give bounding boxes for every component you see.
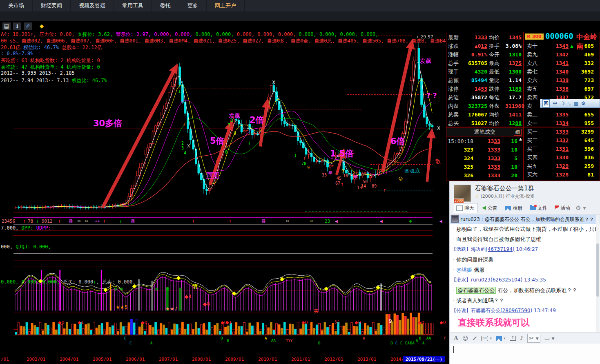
gif-dropdown-icon[interactable]: ▾ — [490, 336, 492, 340]
chat-message: ·@塔姬 佩服 — [450, 265, 600, 275]
group-name: 石婆婆石公公一第1群 — [475, 185, 534, 192]
stat-value: 1345 — [505, 33, 522, 42]
uid-link[interactable]: (626325104) — [491, 277, 522, 283]
at-mention[interactable]: @塔姬 — [456, 267, 472, 273]
stat-value: 1.14 — [505, 76, 522, 85]
uid-link[interactable]: (46737194) — [486, 246, 514, 252]
chat-scrollbar[interactable] — [596, 215, 600, 332]
stat-value: 176067 — [464, 110, 487, 119]
chat-input-toolbar: A ☺ GIF▾ ▾ ↑ ♪ ✂ ▾ ▭ ▾ — [450, 332, 600, 344]
detail-button[interactable]: 细 — [514, 129, 522, 136]
at-mention-highlight[interactable]: @石婆婆石公公 — [456, 287, 496, 294]
stat-label: 总手 — [448, 59, 459, 67]
ask-row[interactable]: 卖五1338697 — [524, 85, 600, 93]
text-caret — [453, 346, 454, 353]
chat-tab-相册[interactable]: 相册 — [502, 203, 525, 213]
stat-value: 311980 — [505, 102, 522, 110]
stat-label: 涨停 — [448, 85, 459, 93]
stat-value: 85494 — [464, 76, 487, 85]
tick-row: 325133310 — [446, 163, 523, 171]
stat-value: 1189 — [505, 85, 522, 93]
menu-item-委托[interactable]: 委托 — [152, 0, 179, 11]
bid-row[interactable]: 买二1332645 — [524, 136, 600, 145]
bid-row[interactable]: 买三1331396 — [524, 145, 600, 153]
ime-icon-3[interactable]: ▦ — [573, 100, 578, 107]
menu-item-常用工具[interactable]: 常用工具 — [114, 0, 152, 11]
bid-row[interactable]: 买六132881 — [524, 170, 600, 179]
menu-item-网上开户[interactable]: 网上开户 — [207, 0, 245, 11]
chat-tab-公告[interactable]: 公告 — [479, 203, 500, 213]
stat-label: 今开 — [489, 50, 500, 59]
ime-icon-0[interactable]: 中 — [553, 100, 558, 107]
stat-value: 4320 — [464, 67, 487, 76]
ask-row[interactable]: 卖八1341332 — [524, 59, 600, 67]
candlestick-chart — [0, 22, 446, 364]
ask-row[interactable]: 卖一1334955 — [524, 119, 600, 127]
menu-item-视频及答疑[interactable]: 视频及答疑 — [71, 0, 114, 11]
stat-value: 635705 — [464, 59, 487, 67]
ask-row[interactable]: 卖十1343▲605 — [524, 42, 600, 50]
menu-item-财经要闻[interactable]: 财经要闻 — [33, 0, 71, 11]
album-icon — [505, 206, 511, 210]
avatar — [451, 215, 459, 223]
menu-item-更多[interactable]: 更多 — [179, 0, 207, 11]
chat-message-highlight: ruru023：@石婆婆石公公 石公，加数据猫的会员联系谁？？ — [450, 215, 600, 224]
stat-value: 1453 — [464, 85, 487, 93]
stat-label: 均价 — [489, 33, 500, 42]
ime-icon-4[interactable]: ⚙ — [581, 100, 586, 107]
chat-tab-文件[interactable]: 文件 — [527, 203, 550, 213]
image-dropdown-icon[interactable]: ▾ — [504, 336, 506, 340]
screenshot-scissors-icon[interactable]: ✂ ▾ — [527, 334, 540, 343]
file-icon — [530, 206, 536, 210]
chat-bubble-icon — [456, 205, 463, 211]
ime-icon-1[interactable]: ☽ — [560, 100, 565, 107]
bid-row[interactable]: 买一13333299 — [524, 127, 600, 136]
chat-tab-聊天[interactable]: 聊天 — [453, 203, 477, 213]
font-icon[interactable]: A — [454, 334, 458, 342]
stat-label: 换手 — [489, 42, 500, 50]
upload-icon[interactable]: ↑ — [510, 336, 516, 341]
stat-label: 总笔 — [448, 93, 459, 102]
menu-item-关市场[interactable]: 关市场 — [0, 0, 33, 11]
toolbar-strip — [0, 11, 600, 21]
tick-header: 逐笔成交 — [474, 129, 495, 135]
chat-tab-活动[interactable]: 活动 — [552, 203, 573, 213]
bid-row[interactable]: 买五1329259 — [524, 162, 600, 170]
stat-value: 0.91% — [464, 50, 487, 59]
stat-label: 每笔 — [489, 93, 500, 102]
stat-value: ▲012 — [464, 42, 487, 50]
stat-label: 量比 — [489, 76, 500, 85]
chat-message: ·你的问题好深奥 — [450, 255, 600, 265]
ask-row[interactable]: 卖九1342469 — [524, 50, 600, 59]
stat-label: 均价 — [489, 119, 500, 127]
gear-icon[interactable]: ⚙ ▾ — [575, 204, 586, 212]
image-icon[interactable] — [496, 336, 502, 341]
bid-row[interactable]: 买四1330836 — [524, 153, 600, 162]
app-window: 关市场财经要闻视频及答疑常用工具委托更多网上开户 ▤ ℹ ⇗ ◆ A4: 10.… — [0, 0, 600, 364]
stat-value: 1333 — [464, 33, 487, 42]
ime-logo-icon[interactable]: 回 — [542, 99, 550, 107]
stat-label: 总卖 — [448, 110, 459, 119]
emoji-icon[interactable]: ☺ — [462, 334, 468, 342]
message-settings-icon[interactable]: ▭ ▾ — [544, 334, 555, 342]
ask-row[interactable]: 卖二1335655 — [524, 110, 600, 119]
stat-value: 3.08% — [505, 42, 522, 50]
chat-message-meta: 【传说】石婆婆石公公(280967590) 13:47:49 — [450, 306, 600, 316]
stat-value: 1411 — [505, 110, 522, 119]
scrollbar-thumb[interactable] — [596, 243, 599, 297]
chat-input-area[interactable] — [450, 344, 600, 364]
uid-link[interactable]: (280967590) — [500, 308, 532, 313]
stat-label: 现手 — [448, 67, 459, 76]
magic-wand-icon[interactable] — [472, 336, 477, 341]
ime-toolbar: 回中☽·,▦⚙ — [540, 99, 600, 108]
ask-row[interactable]: 卖七13403692 — [524, 67, 600, 76]
music-icon[interactable]: ♪ — [520, 334, 524, 342]
gif-icon[interactable]: GIF — [481, 336, 488, 341]
ask-row[interactable]: 卖六1339723 — [524, 76, 600, 85]
chat-tab-bar: 聊天公告相册文件活动⚙ ▾ — [450, 202, 600, 214]
group-avatar[interactable]: 2000 — [454, 185, 471, 202]
chat-message-meta: 【活跃】海边的(46737194) 10:46:27 — [450, 244, 600, 255]
stat-label: 外盘 — [489, 102, 500, 110]
ime-icon-2[interactable]: ·, — [568, 100, 571, 107]
flag-icon — [555, 205, 559, 210]
